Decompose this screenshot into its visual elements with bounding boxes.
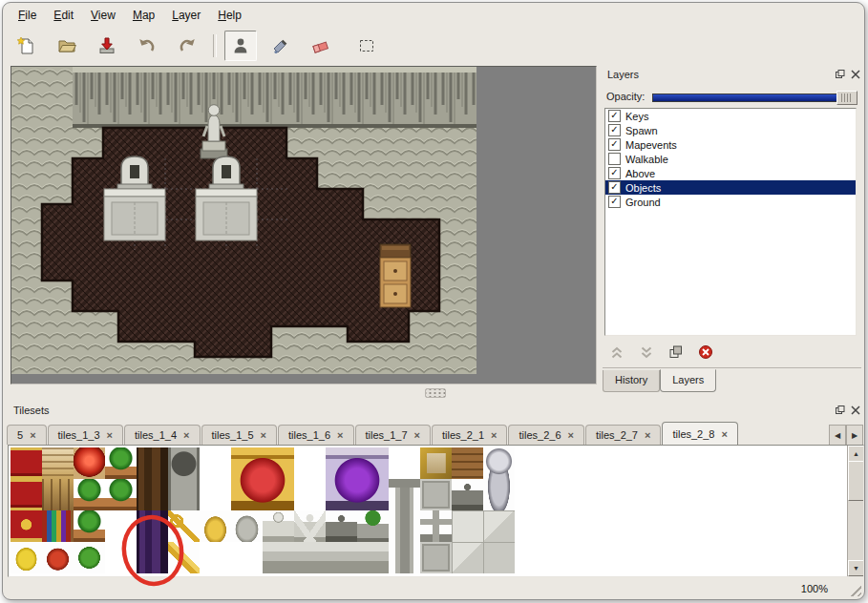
tile-stone-block[interactable] [420,542,452,573]
tileset-tab-tiles_2_1[interactable]: tiles_2_1× [432,425,507,445]
layer-checkbox[interactable]: ✓ [608,138,621,151]
tile-throne-red[interactable] [231,447,294,510]
float-panel-icon[interactable] [835,405,846,416]
tile-plant-pot[interactable] [105,447,137,479]
tile-banana[interactable] [11,542,42,573]
resize-grip-icon[interactable] [848,583,861,596]
layer-row-objects[interactable]: ✓Objects [605,180,856,195]
tile-armor[interactable] [483,447,515,510]
tile-statue-base[interactable] [294,542,326,573]
tab-scroll-left-icon[interactable]: ◀ [829,425,846,446]
layer-row-spawn[interactable]: ✓Spawn [605,123,856,137]
tab-close-icon[interactable]: × [721,429,727,439]
tileset-tab-tiles_1_5[interactable]: tiles_1_5× [201,425,277,445]
tileset-tab-tiles_1_4[interactable]: tiles_1_4× [124,425,200,445]
tile-loom[interactable] [42,447,74,479]
scroll-down-icon[interactable]: ▼ [848,560,864,576]
tile-stone-light[interactable] [452,510,515,573]
opacity-slider-handle[interactable] [836,91,857,105]
tile-obelisk[interactable] [389,479,420,573]
layer-checkbox[interactable]: ✓ [608,196,621,208]
tile-vase-plant[interactable] [357,510,389,542]
tab-close-icon[interactable]: × [107,430,113,440]
tileset-tab-tiles_1_3[interactable]: tiles_1_3× [48,425,123,445]
panel-tab-layers[interactable]: Layers [660,369,716,392]
panel-tab-history[interactable]: History [603,370,660,392]
tile-door-stone[interactable] [168,447,200,510]
tile-stone-block[interactable] [420,479,452,510]
tile-banner-red[interactable] [11,479,42,510]
tile-door-purple[interactable] [137,510,168,573]
tileset-tab-tiles_2_6[interactable]: tiles_2_6× [508,425,583,445]
tile-banner-emblem[interactable] [11,510,42,542]
float-panel-icon[interactable] [835,69,846,80]
tileset-tab-tiles_1_7[interactable]: tiles_1_7× [355,425,431,445]
layer-row-walkable[interactable]: Walkable [605,152,856,166]
tileset-scrollbar[interactable]: ▲ ▼ [847,446,863,576]
tab-close-icon[interactable]: × [261,430,266,440]
layer-row-above[interactable]: ✓Above [605,166,856,180]
tile-banner-red[interactable] [11,447,42,479]
tab-scroll-right-icon[interactable]: ▶ [846,425,863,446]
redo-button[interactable] [171,31,203,61]
tileset-content[interactable]: ▲ ▼ [8,445,864,577]
undo-button[interactable] [131,31,163,61]
tile-rock[interactable] [231,510,263,542]
tile-plant-pot[interactable] [105,479,137,510]
tile-tombstone[interactable] [420,510,452,542]
splitter-handle-icon[interactable] [425,388,446,398]
tile-statue-base[interactable] [326,542,357,573]
tile-horn-gold[interactable] [168,542,200,573]
tab-close-icon[interactable]: × [568,430,574,440]
tile-gargoyle[interactable] [452,479,483,510]
tab-close-icon[interactable]: × [645,430,650,440]
menu-map[interactable]: Map [125,6,162,25]
tileset-tab-tiles_1_6[interactable]: tiles_1_6× [278,425,353,445]
select-tool-button[interactable] [350,31,383,61]
tile-bush[interactable] [74,542,105,573]
duplicate-layer-button[interactable] [667,343,685,361]
menu-view[interactable]: View [83,6,123,25]
tile-gargoyle[interactable] [326,510,357,542]
close-panel-icon[interactable] [850,69,861,80]
tab-close-icon[interactable]: × [30,430,35,440]
menu-layer[interactable]: Layer [164,6,208,25]
tile-cushion-red[interactable] [74,447,105,479]
layer-row-ground[interactable]: ✓Ground [605,195,856,209]
layer-checkbox[interactable]: ✓ [608,167,621,179]
map-canvas[interactable] [11,66,597,385]
tile-books[interactable] [42,510,74,542]
tileset-tab-tiles_2_8[interactable]: tiles_2_8× [662,422,737,445]
tile-picture-frame[interactable] [420,447,452,479]
menu-edit[interactable]: Edit [46,6,81,25]
menu-help[interactable]: Help [210,6,249,25]
open-button[interactable] [51,31,83,61]
close-panel-icon[interactable] [850,405,861,416]
opacity-slider-track[interactable] [652,94,857,102]
layer-list[interactable]: ✓Keys✓Spawn✓MapeventsWalkable✓Above✓Obje… [604,108,857,336]
layer-checkbox[interactable]: ✓ [608,124,621,136]
tile-key-gold[interactable] [168,510,200,542]
tile-loom-bottom[interactable] [42,479,74,510]
layer-row-mapevents[interactable]: ✓Mapevents [605,137,856,152]
tab-close-icon[interactable]: × [491,430,497,440]
tab-close-icon[interactable]: × [414,430,420,440]
scrollbar-thumb[interactable] [848,461,864,501]
layer-checkbox[interactable] [608,153,621,165]
tab-close-icon[interactable]: × [183,430,189,440]
tile-statue-base[interactable] [263,542,294,573]
layer-checkbox[interactable]: ✓ [608,181,621,194]
stamp-tool-button[interactable] [224,31,257,61]
opacity-slider[interactable] [652,90,857,103]
menu-file[interactable]: File [11,6,44,25]
new-map-button[interactable] [11,31,43,61]
eraser-tool-button[interactable] [305,31,337,61]
tile-statue-white[interactable] [263,510,294,542]
tile-statue-base[interactable] [357,542,389,573]
tile-pot-red[interactable] [42,542,74,573]
fill-tool-button[interactable] [265,31,297,61]
tile-crown-gold[interactable] [200,510,231,542]
tile-plant-pot[interactable] [74,510,105,542]
scroll-up-icon[interactable]: ▲ [848,446,864,462]
save-button[interactable] [91,31,123,61]
